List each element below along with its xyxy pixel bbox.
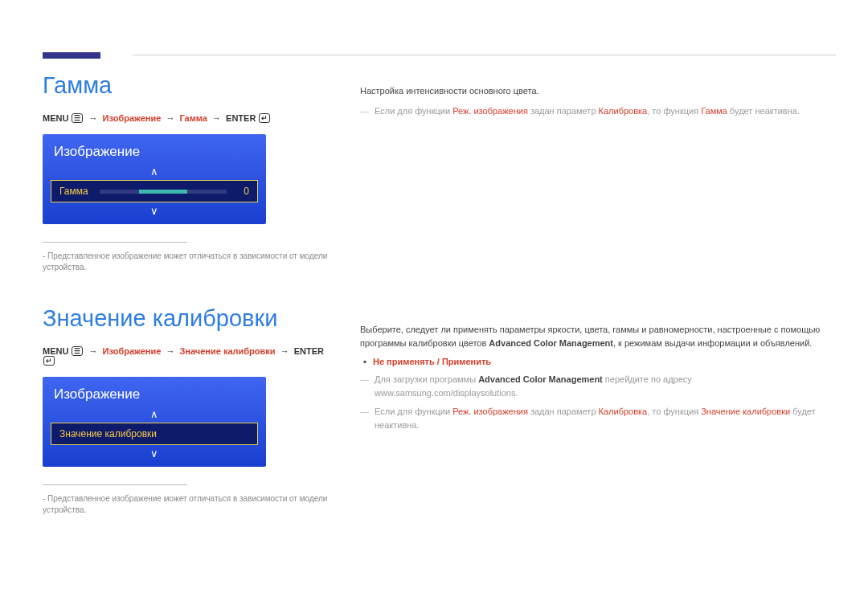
breadcrumb-calibration: MENU ☰ → Изображение → Значение калибров… <box>43 346 328 366</box>
osd-title: Изображение <box>43 134 266 165</box>
arrow-icon: → <box>87 346 100 356</box>
slider-track <box>100 190 227 194</box>
osd-row-label: Значение калибровки <box>59 428 157 439</box>
breadcrumb-enter: ENTER <box>294 346 324 356</box>
breadcrumb-step2: Гамма <box>179 113 207 123</box>
menu-icon: ☰ <box>72 113 83 123</box>
arrow-icon: → <box>163 346 177 356</box>
osd-row-gamma[interactable]: Гамма 0 <box>51 180 258 202</box>
slider-fill <box>139 190 187 194</box>
right-column: Настройка интенсивности основного цвета.… <box>360 72 836 540</box>
divider <box>43 242 187 243</box>
chevron-up-icon[interactable]: ∧ <box>43 407 266 421</box>
osd-panel-calibration: Изображение ∧ Значение калибровки ∨ <box>43 377 266 467</box>
breadcrumb-step2: Значение калибровки <box>179 346 275 356</box>
chevron-down-icon[interactable]: ∨ <box>43 447 266 467</box>
desc-gamma: Настройка интенсивности основного цвета. <box>360 84 836 98</box>
enter-icon: ↵ <box>43 356 55 366</box>
osd-row-value: 0 <box>238 186 249 197</box>
arrow-icon: → <box>210 113 223 123</box>
breadcrumb-menu: MENU <box>43 113 68 123</box>
chevron-up-icon[interactable]: ∧ <box>43 165 266 178</box>
breadcrumb-enter: ENTER <box>226 113 256 123</box>
arrow-icon: → <box>278 346 292 356</box>
top-rule <box>133 55 836 55</box>
breadcrumb-menu: MENU <box>43 346 68 356</box>
enter-icon: ↵ <box>259 113 270 123</box>
arrow-icon: → <box>163 113 177 123</box>
breadcrumb-step1: Изображение <box>103 113 162 123</box>
osd-title: Изображение <box>43 377 266 407</box>
osd-row-label: Гамма <box>59 186 88 197</box>
osd-panel-gamma: Изображение ∧ Гамма 0 ∨ <box>43 134 266 224</box>
chapter-marker <box>43 52 100 59</box>
divider <box>43 484 187 485</box>
osd-row-calibration[interactable]: Значение калибровки <box>51 423 258 445</box>
footnote-gamma: Представленное изображение может отличат… <box>43 251 328 273</box>
section1-title: Гамма <box>43 72 328 99</box>
breadcrumb-gamma: MENU ☰ → Изображение → Гамма → ENTER ↵ <box>43 113 328 123</box>
download-note: Для загрузки программы Advanced Color Ma… <box>360 373 836 400</box>
desc-calibration: Выберите, следует ли применять параметры… <box>360 323 836 350</box>
section2-title: Значение калибровки <box>43 305 328 332</box>
arrow-icon: → <box>87 113 100 123</box>
options-bullet: Не применять / Применить <box>360 357 836 366</box>
note-gamma: Если для функции Реж. изображения задан … <box>360 104 836 118</box>
footnote-calibration: Представленное изображение может отличат… <box>43 493 328 516</box>
breadcrumb-step1: Изображение <box>103 346 162 356</box>
menu-icon: ☰ <box>72 346 83 356</box>
left-column: Гамма MENU ☰ → Изображение → Гамма → ENT… <box>43 72 328 540</box>
note-calibration: Если для функции Реж. изображения задан … <box>360 405 836 432</box>
chevron-down-icon[interactable]: ∨ <box>43 204 266 224</box>
